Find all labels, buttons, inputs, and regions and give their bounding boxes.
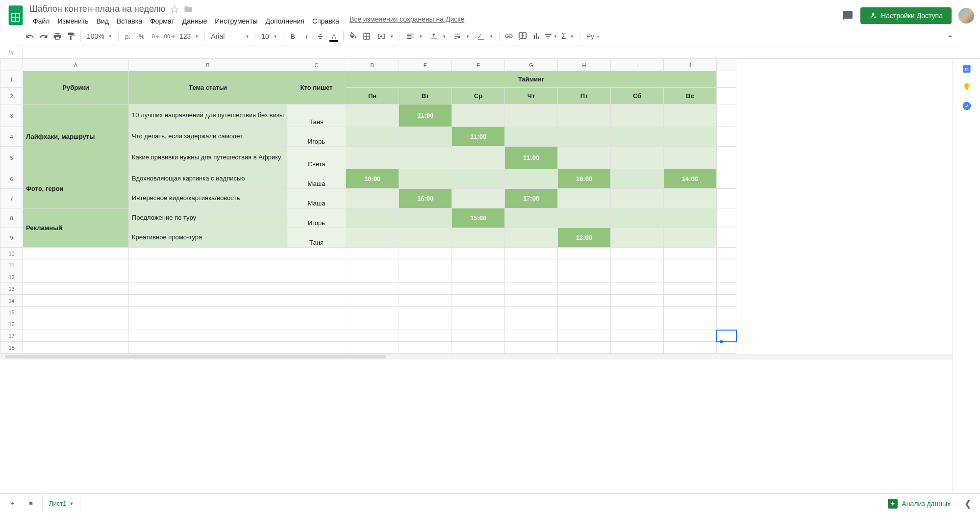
cell-I11[interactable] (611, 259, 664, 271)
save-status[interactable]: Все изменения сохранены на Диске (350, 15, 465, 27)
cell-C8[interactable]: Игорь (287, 208, 346, 228)
cell-C3[interactable]: Таня (287, 104, 346, 127)
document-title[interactable]: Шаблон контен-плана на неделю (29, 4, 165, 14)
cell-D8[interactable] (346, 208, 399, 228)
cell-H2[interactable]: Пт (558, 88, 611, 104)
cell-K14[interactable] (717, 295, 736, 307)
cell-I4[interactable] (611, 127, 664, 147)
cell-B17[interactable] (129, 330, 287, 342)
horizontal-scrollbar[interactable] (0, 354, 953, 359)
cell-G18[interactable] (505, 342, 558, 354)
cell-E8[interactable] (399, 208, 452, 228)
cell-E15[interactable] (399, 307, 452, 318)
explore-button[interactable]: ✦ Анализ данных (882, 496, 956, 512)
row-header-1[interactable]: 1 (0, 71, 23, 88)
fx-label[interactable]: fx (0, 46, 23, 58)
col-header-J[interactable]: J (664, 59, 717, 71)
cell-K15[interactable] (717, 307, 736, 318)
cell-I17[interactable] (611, 330, 664, 342)
cell-K11[interactable] (717, 259, 736, 271)
cell-H9[interactable]: 13:00 (558, 228, 611, 248)
cell-H18[interactable] (558, 342, 611, 354)
cell-H3[interactable] (558, 104, 611, 127)
cell-E18[interactable] (399, 342, 452, 354)
cell-I8[interactable] (611, 208, 664, 228)
redo-icon[interactable] (37, 30, 50, 43)
cell-I18[interactable] (611, 342, 664, 354)
cell-B5[interactable]: Какие прививки нужны для путешествия в А… (129, 147, 287, 169)
cell-I2[interactable]: Сб (611, 88, 664, 104)
cell-H15[interactable] (558, 307, 611, 318)
cell-D16[interactable] (346, 318, 399, 330)
cell-C5[interactable]: Света (287, 147, 346, 169)
cell-F17[interactable] (452, 330, 505, 342)
collapse-toolbar-icon[interactable] (944, 30, 956, 43)
cell-K13[interactable] (717, 283, 736, 295)
cell-F11[interactable] (452, 259, 505, 271)
cell-J5[interactable] (664, 147, 717, 169)
menu-tools[interactable]: Инструменты (211, 15, 261, 27)
cell-J17[interactable] (664, 330, 717, 342)
cell-D3[interactable] (346, 104, 399, 127)
cell-I3[interactable] (611, 104, 664, 127)
cell-H8[interactable] (558, 208, 611, 228)
cell-G12[interactable] (505, 271, 558, 283)
cell-I5[interactable] (611, 147, 664, 169)
row-header-6[interactable]: 6 (0, 169, 23, 189)
menu-addons[interactable]: Дополнения (262, 15, 308, 27)
menu-file[interactable]: Файл (29, 15, 53, 27)
percent-format[interactable]: % (135, 30, 148, 43)
cell-C15[interactable] (287, 307, 346, 318)
cell-J11[interactable] (664, 259, 717, 271)
cell-J14[interactable] (664, 295, 717, 307)
text-color-icon[interactable]: A (327, 30, 340, 43)
font-size-select[interactable]: 10▼ (258, 30, 280, 43)
cell-F6[interactable] (452, 169, 505, 189)
menu-view[interactable]: Вид (93, 15, 112, 27)
cell-B18[interactable] (129, 342, 287, 354)
menu-format[interactable]: Формат (147, 15, 178, 27)
menu-data[interactable]: Данные (179, 15, 211, 27)
cell-A13[interactable] (23, 283, 129, 295)
h-align-icon[interactable]: ▼ (403, 30, 426, 43)
cell-D4[interactable] (346, 127, 399, 147)
cell-H4[interactable] (558, 127, 611, 147)
borders-icon[interactable] (360, 30, 373, 43)
cell-C1[interactable]: Кто пишет (287, 71, 346, 104)
row-header-10[interactable]: 10 (0, 248, 23, 259)
cell-K12[interactable] (717, 271, 736, 283)
cell-K16[interactable] (717, 318, 736, 330)
row-header-9[interactable]: 9 (0, 228, 23, 248)
cell-B1[interactable]: Тема статьи (129, 71, 287, 104)
cell-G13[interactable] (505, 283, 558, 295)
cell-C7[interactable]: Маша (287, 189, 346, 208)
cell-D13[interactable] (346, 283, 399, 295)
cell-A8[interactable]: Рекламный (23, 208, 129, 248)
col-header-F[interactable]: F (452, 59, 505, 71)
decrease-decimal[interactable]: .0 (149, 30, 162, 43)
cell-C13[interactable] (287, 283, 346, 295)
cell-G5[interactable]: 11:00 (505, 147, 558, 169)
cell-F5[interactable] (452, 147, 505, 169)
cell-A10[interactable] (23, 248, 129, 259)
row-header-11[interactable]: 11 (0, 259, 23, 271)
expand-side-panel-icon[interactable]: ❮ (960, 498, 975, 509)
col-header-A[interactable]: A (23, 59, 129, 71)
cell-I15[interactable] (611, 307, 664, 318)
cell-B15[interactable] (129, 307, 287, 318)
cell-I7[interactable] (611, 189, 664, 208)
cell-G17[interactable] (505, 330, 558, 342)
cell-E6[interactable] (399, 169, 452, 189)
star-icon[interactable] (170, 5, 179, 14)
col-header-H[interactable]: H (558, 59, 611, 71)
cell-E7[interactable]: 16:00 (399, 189, 452, 208)
calendar-icon[interactable]: 31 (962, 64, 972, 74)
cell-A3[interactable]: Лайфхаки, маршруты (23, 104, 129, 169)
cell-B3[interactable]: 10 лучших направлений для путешествия бе… (129, 104, 287, 127)
cell-B16[interactable] (129, 318, 287, 330)
row-header-7[interactable]: 7 (0, 189, 23, 208)
col-header-B[interactable]: B (129, 59, 287, 71)
row-header-5[interactable]: 5 (0, 147, 23, 169)
cell-H16[interactable] (558, 318, 611, 330)
cell-B12[interactable] (129, 271, 287, 283)
